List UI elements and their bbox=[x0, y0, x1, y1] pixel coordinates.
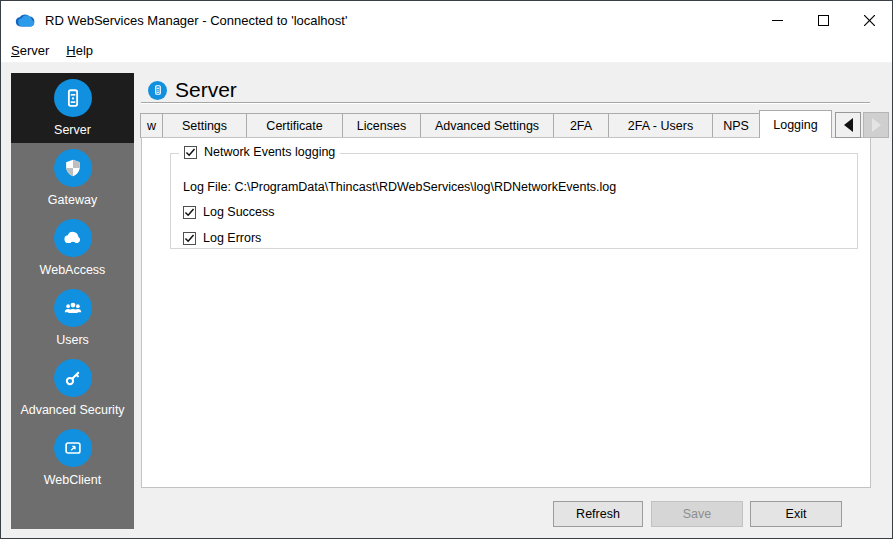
minimize-icon bbox=[772, 15, 783, 26]
server-page-icon bbox=[148, 81, 167, 100]
maximize-icon bbox=[818, 15, 829, 26]
menu-help[interactable]: Help bbox=[59, 40, 100, 61]
sidebar-label-webaccess: WebAccess bbox=[40, 263, 106, 277]
close-icon bbox=[864, 15, 875, 26]
exit-button[interactable]: Exit bbox=[750, 501, 842, 527]
maximize-button[interactable] bbox=[800, 1, 846, 39]
tab-scroll-controls bbox=[833, 112, 889, 138]
sidebar-label-server: Server bbox=[54, 123, 91, 137]
menu-server[interactable]: Server bbox=[4, 40, 56, 61]
sidebar-label-users: Users bbox=[56, 333, 89, 347]
right-arrow-icon bbox=[872, 118, 881, 132]
tab-nps[interactable]: NPS bbox=[712, 113, 760, 138]
header-separator bbox=[141, 102, 870, 104]
tab-bar: w Settings Certificate Licenses Advanced… bbox=[141, 110, 832, 138]
log-file-path: Log File: C:\ProgramData\Thincast\RDWebS… bbox=[183, 180, 845, 194]
network-events-logging-label: Network Events logging bbox=[204, 145, 335, 159]
menu-bar: Server Help bbox=[1, 39, 892, 63]
log-errors-checkbox[interactable] bbox=[183, 232, 196, 245]
log-success-label: Log Success bbox=[203, 205, 275, 219]
sidebar-item-webclient[interactable]: WebClient bbox=[11, 423, 134, 493]
tab-2fa[interactable]: 2FA bbox=[553, 113, 609, 138]
sidebar-item-webaccess[interactable]: WebAccess bbox=[11, 213, 134, 283]
window-title: RD WebServices Manager - Connected to 'l… bbox=[45, 13, 347, 28]
cloud-icon bbox=[54, 219, 92, 257]
tab-settings[interactable]: Settings bbox=[162, 113, 247, 138]
left-arrow-icon bbox=[844, 118, 853, 132]
save-button[interactable]: Save bbox=[651, 501, 743, 527]
check-icon bbox=[185, 148, 196, 157]
tab-certificate[interactable]: Certificate bbox=[246, 113, 343, 138]
server-icon bbox=[54, 79, 92, 117]
log-success-checkbox[interactable] bbox=[183, 206, 196, 219]
menu-help-rest: elp bbox=[76, 43, 93, 58]
log-errors-row: Log Errors bbox=[183, 231, 845, 245]
tab-advanced-settings[interactable]: Advanced Settings bbox=[420, 113, 554, 138]
key-icon bbox=[54, 359, 92, 397]
check-icon bbox=[184, 208, 195, 217]
close-button[interactable] bbox=[846, 1, 892, 39]
sidebar-item-users[interactable]: Users bbox=[11, 283, 134, 353]
screen-icon bbox=[54, 429, 92, 467]
tab-logging[interactable]: Logging bbox=[759, 110, 832, 138]
minimize-button[interactable] bbox=[754, 1, 800, 39]
sidebar-label-webclient: WebClient bbox=[44, 473, 101, 487]
sidebar-label-gateway: Gateway bbox=[48, 193, 97, 207]
title-bar: RD WebServices Manager - Connected to 'l… bbox=[1, 1, 892, 39]
check-icon bbox=[184, 234, 195, 243]
page-header: Server bbox=[148, 78, 237, 102]
page-title: Server bbox=[175, 78, 237, 102]
tab-licenses[interactable]: Licenses bbox=[342, 113, 421, 138]
sidebar: Server Gateway bbox=[11, 73, 134, 529]
menu-server-accel: S bbox=[11, 43, 20, 58]
app-window: RD WebServices Manager - Connected to 'l… bbox=[0, 0, 893, 539]
network-events-logging-checkbox[interactable] bbox=[184, 146, 197, 159]
shield-icon bbox=[54, 149, 92, 187]
tab-overview-partial[interactable]: w bbox=[140, 113, 163, 138]
network-events-logging-group: Network Events logging Log File: C:\Prog… bbox=[170, 153, 858, 249]
sidebar-item-server[interactable]: Server bbox=[11, 73, 134, 143]
menu-server-rest: erver bbox=[20, 43, 50, 58]
tab-scroll-left-button[interactable] bbox=[835, 112, 861, 138]
sidebar-item-gateway[interactable]: Gateway bbox=[11, 143, 134, 213]
tab-2fa-users[interactable]: 2FA - Users bbox=[608, 113, 713, 138]
refresh-button[interactable]: Refresh bbox=[553, 501, 643, 527]
log-errors-label: Log Errors bbox=[203, 231, 261, 245]
sidebar-item-advanced-security[interactable]: Advanced Security bbox=[11, 353, 134, 423]
tab-scroll-right-button[interactable] bbox=[863, 112, 889, 138]
menu-help-accel: H bbox=[66, 43, 75, 58]
users-icon bbox=[54, 289, 92, 327]
app-logo-cloud-icon bbox=[14, 12, 36, 28]
logging-tab-pane: Network Events logging Log File: C:\Prog… bbox=[141, 137, 871, 488]
log-success-row: Log Success bbox=[183, 205, 845, 219]
sidebar-label-advanced-security: Advanced Security bbox=[20, 403, 124, 417]
